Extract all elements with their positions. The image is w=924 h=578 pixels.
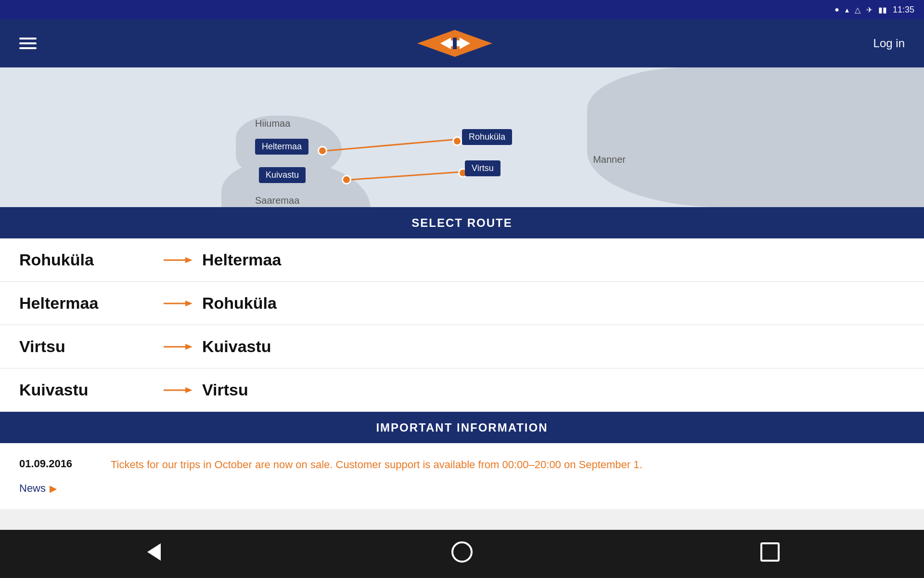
arrow-icon-2 — [164, 299, 192, 308]
hamburger-line-2 — [19, 42, 37, 44]
back-icon — [147, 543, 161, 565]
svg-marker-8 — [185, 344, 192, 350]
route-item-2[interactable]: Heltermaa Rohuküla — [0, 282, 924, 325]
rohukyla-map-label: Rohuküla — [462, 129, 512, 145]
svg-rect-2 — [453, 38, 457, 49]
route-from-2: Heltermaa — [19, 294, 154, 313]
news-text-1: Tickets for our trips in October are now… — [111, 458, 642, 473]
news-link[interactable]: News ▶ — [19, 482, 905, 495]
svg-marker-10 — [185, 387, 192, 393]
news-item-1: 01.09.2016 Tickets for our trips in Octo… — [19, 458, 905, 473]
arrow-icon-1 — [164, 255, 192, 265]
route-from-4: Kuivastu — [19, 381, 154, 399]
mainland-shape — [587, 67, 924, 207]
svg-marker-4 — [185, 257, 192, 263]
route-from-3: Virtsu — [19, 337, 154, 356]
app-logo — [416, 29, 493, 58]
important-info-title: IMPORTANT INFORMATION — [376, 421, 548, 434]
news-link-arrow-icon: ▶ — [50, 483, 57, 494]
rohukyla-dot — [452, 136, 462, 146]
home-icon — [451, 541, 473, 566]
route-item-3[interactable]: Virtsu Kuivastu — [0, 325, 924, 368]
hamburger-line-3 — [19, 47, 37, 49]
status-time: 11:35 — [893, 5, 914, 15]
news-date-1: 01.09.2016 — [19, 458, 96, 470]
logo-svg — [416, 29, 493, 58]
route-arrow-2 — [164, 299, 192, 308]
svg-marker-6 — [185, 301, 192, 306]
login-button[interactable]: Log in — [873, 37, 905, 50]
airplane-icon: ✈ — [866, 5, 873, 14]
route-arrow-1 — [164, 255, 192, 265]
heltermaa-rohukyla-line — [323, 139, 453, 152]
kuivastu-virtsu-line — [347, 171, 459, 181]
hamburger-line-1 — [19, 38, 37, 39]
saaremaa-label: Saaremaa — [255, 195, 299, 206]
map-section: Hiiumaa Saaremaa Manner Heltermaa Rohukü… — [0, 67, 924, 207]
route-to-1: Heltermaa — [202, 250, 281, 269]
hamburger-menu[interactable] — [19, 38, 37, 49]
signal-icon: △ — [855, 5, 860, 14]
kuivastu-map-label: Kuivastu — [259, 167, 306, 183]
route-arrow-3 — [164, 342, 192, 352]
bottom-nav — [0, 530, 924, 578]
route-to-4: Virtsu — [202, 381, 248, 399]
important-info-header: IMPORTANT INFORMATION — [0, 412, 924, 443]
manner-label: Manner — [593, 154, 626, 165]
recents-button[interactable] — [751, 539, 789, 568]
home-button[interactable] — [443, 539, 481, 568]
location-icon: ● — [834, 5, 839, 14]
route-item-1[interactable]: Rohuküla Heltermaa — [0, 238, 924, 282]
recents-icon — [760, 542, 780, 565]
route-to-2: Rohuküla — [202, 294, 277, 313]
heltermaa-map-label: Heltermaa — [255, 139, 308, 155]
heltermaa-dot — [318, 146, 327, 156]
status-bar: ● ▴ △ ✈ ▮▮ 11:35 — [0, 0, 924, 19]
route-to-3: Kuivastu — [202, 337, 271, 356]
wifi-icon: ▴ — [845, 5, 849, 14]
news-section: 01.09.2016 Tickets for our trips in Octo… — [0, 443, 924, 509]
route-from-1: Rohuküla — [19, 250, 154, 269]
select-route-title: SELECT ROUTE — [411, 216, 512, 230]
select-route-header: SELECT ROUTE — [0, 207, 924, 238]
route-list: Rohuküla Heltermaa Heltermaa Rohuküla Vi… — [0, 238, 924, 412]
route-item-4[interactable]: Kuivastu Virtsu — [0, 368, 924, 412]
back-button[interactable] — [135, 539, 173, 568]
virtsu-map-label: Virtsu — [465, 160, 500, 176]
news-link-label: News — [19, 482, 46, 495]
hiiumaa-label: Hiiumaa — [255, 118, 290, 129]
app-bar: Log in — [0, 19, 924, 67]
kuivastu-dot — [342, 175, 351, 184]
arrow-icon-3 — [164, 342, 192, 352]
battery-icon: ▮▮ — [878, 5, 887, 14]
arrow-icon-4 — [164, 385, 192, 395]
route-arrow-4 — [164, 385, 192, 395]
